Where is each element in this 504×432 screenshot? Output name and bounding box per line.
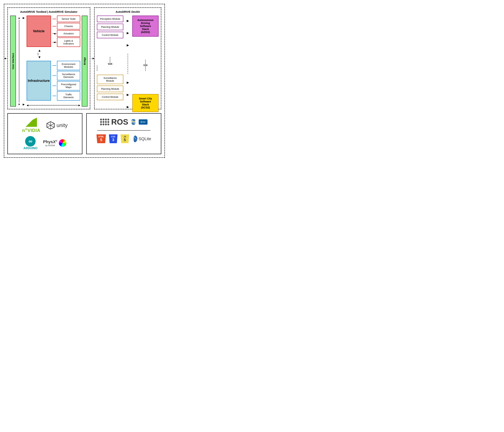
svg-point-3 [134,123,135,124]
surveillance-module: Surveillance Module [97,75,123,84]
sqlite-feather-icon [132,135,138,143]
vehicle-section: Vehicle Sensor Suite ─▶ [27,16,80,47]
unity-text: unity [57,122,68,128]
physx-logo: PhysX® by NVIDIA [43,139,66,147]
v2x-connector: V2X [132,60,159,71]
ros-text: ROS [111,117,128,126]
lights-indicators-box: Lights & Indicators ◀─ [57,38,80,47]
tech-panel-left: n®VIDIA unity ∞ [7,113,82,154]
physx-sub: by NVIDIA [43,144,57,147]
web-row: HTML 5 CSS 3 JS 5 [97,134,151,143]
svg-point-2 [132,120,133,121]
vert-double-arrow: ▲▼ [27,49,80,59]
left-inner: User Interface ▲ ▼ ▶ ▶ Vehicle [10,16,88,107]
color-wheel-icon [59,139,66,147]
actuators-box: Actuators ◀─ [57,30,80,37]
bottom-arrow: ◀ ▶ [27,104,80,107]
ui-arrow-right-bot: ▶ [23,103,25,106]
surveillance-elements-box: Surveillance Elements ─▶ [57,71,80,80]
ui-arrow-up: ▲ [18,16,20,19]
js-badge-wrapper: JS 5 [120,134,129,143]
connectors-col: ▶ ▶ ▶ ▶ ▶ ▶ [126,16,130,112]
ui-horiz-line [19,20,19,103]
css3-badge: CSS 3 [109,134,117,143]
ui-arrow-down: ▼ [18,103,20,106]
arduino-symbol: ∞ [25,136,36,147]
bridge-bar: Bridge [82,16,88,107]
nvidia-logo: n®VIDIA [22,117,40,133]
tech-row-bottom: ∞ ARDUINO PhysX® by NVIDIA [12,136,78,150]
infra-section: Infrastructure Environment Modules [27,61,80,101]
sensor-suite-box: Sensor Suite ─▶ [57,16,80,22]
scss-box: Smart CitySoftwareStack(SCSS) [132,94,159,112]
divider [97,130,151,131]
vehicle-infra-area: Vehicle Sensor Suite ─▶ [27,16,80,107]
scss-modules: Surveillance Module Planning Module Cont… [97,75,123,112]
arrow-to-adss3: ▶ [127,43,129,47]
adss-modules: Perception Module Planning Module Contro… [97,16,123,53]
nvidia-eye-icon [26,117,37,127]
env-modules-box: Environment Modules [57,61,80,70]
user-interface-bar: User Interface [10,16,16,107]
arrow-to-scss1: ▶ [127,81,129,84]
adss-scss-col: AutonomousDrivingSoftwareStack(ADSS) V2X… [132,16,159,112]
js-badge: JS 5 [120,134,129,143]
chassis-box: Chassis [57,23,80,29]
left-panel: AutoDRIVE Testbed | AutoDRIVE Simulator … [7,7,90,109]
css3-badge-wrapper: CSS 3 [109,134,117,143]
right-panel: AutoDRIVE Devkit Perception Module Plann… [94,7,161,109]
traffic-elements-box: Traffic Elements ◀─ [57,91,80,101]
control-module-scss: Control Module [97,94,123,100]
ros-row: ROS C++ [100,117,147,126]
vehicle-box: Vehicle [27,16,51,47]
arrow-to-scss3: ▶ [127,105,129,109]
sqlite-logo: SQLite [132,135,151,143]
physx-area: PhysX® by NVIDIA [43,140,57,147]
planning-module-adss: Planning Module [97,24,123,30]
unity-icon [46,121,55,130]
unity-logo: unity [46,121,68,130]
infra-box: Infrastructure [27,61,51,101]
svg-marker-1 [26,118,37,127]
planning-module-scss: Planning Module [97,85,123,92]
preconfigured-maps-box: Preconfigured Maps [57,81,80,90]
sqlite-text: SQLite [138,136,151,141]
arrow-to-adss: ▶ [127,19,129,22]
python-icon [130,119,137,125]
devkit-columns: Perception Module Planning Module Contro… [97,16,159,112]
ros-dots [100,119,109,125]
bottom-section: n®VIDIA unity ∞ [7,113,161,154]
v2x-label: V2X [97,55,123,73]
modules-area: Perception Module Planning Module Contro… [97,16,123,112]
html5-badge: HTML 5 [97,134,106,143]
cpp-badge: C++ [139,119,147,125]
physx-text: PhysX® [43,140,57,144]
top-section: AutoDRIVE Testbed | AutoDRIVE Simulator … [7,7,161,109]
arrow-to-adss2: ▶ [127,31,129,35]
tech-panel-right: ROS C++ HTML 5 [86,113,161,154]
tech-row-top: n®VIDIA unity [12,117,78,133]
control-module-adss: Control Module [97,32,123,38]
arduino-text: ARDUINO [23,147,37,150]
nvidia-text: n®VIDIA [22,128,40,133]
adss-box: AutonomousDrivingSoftwareStack(ADSS) [132,16,159,37]
ui-arrow-right-top: ▶ [23,16,25,19]
html5-badge-wrapper: HTML 5 [97,134,106,143]
right-panel-title: AutoDRIVE Devkit [97,10,159,13]
arduino-logo: ∞ ARDUINO [23,136,37,150]
arrow-to-scss2: ▶ [127,93,129,96]
left-panel-title: AutoDRIVE Testbed | AutoDRIVE Simulator [10,10,88,13]
main-wrapper: AutoDRIVE Testbed | AutoDRIVE Simulator … [4,4,165,158]
perception-module: Perception Module [97,16,123,22]
